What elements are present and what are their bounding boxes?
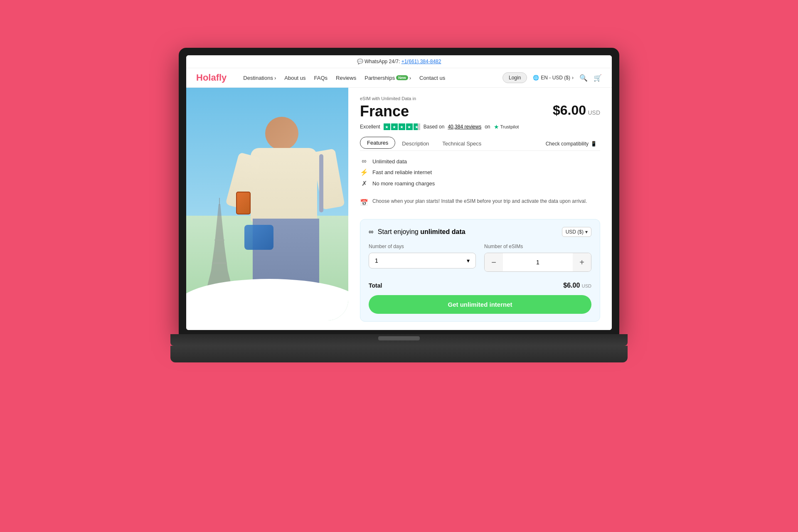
trustpilot-name: Trustpilot bbox=[500, 124, 519, 129]
esim-counter: − 1 + bbox=[484, 253, 591, 272]
product-tabs: Features Description Technical Specs Che… bbox=[360, 137, 600, 151]
dropdown-chevron-icon: ▾ bbox=[467, 257, 470, 264]
star-4: ★ bbox=[406, 123, 413, 130]
nav-items: Destinations › About us FAQs Reviews Par… bbox=[243, 75, 493, 81]
esims-label: Number of eSIMs bbox=[484, 244, 591, 249]
search-icon[interactable]: 🔍 bbox=[579, 74, 588, 82]
esim-label: eSIM with Unlimited Data in bbox=[360, 96, 600, 101]
bottom-curve bbox=[186, 279, 348, 320]
plan-note: 📅 Choose when your plan starts! Install … bbox=[360, 194, 600, 211]
days-label: Number of days bbox=[369, 244, 476, 249]
price-display: $6.00 USD bbox=[553, 103, 600, 118]
phone-link[interactable]: +1(661) 384-8482 bbox=[401, 59, 441, 64]
total-price-display: $6.00 USD bbox=[563, 282, 591, 289]
increment-button[interactable]: + bbox=[573, 253, 591, 271]
product-info-panel: eSIM with Unlimited Data in France $6.00… bbox=[348, 88, 612, 330]
star-3: ★ bbox=[399, 123, 405, 130]
selector-row: Number of days 1 ▾ Number of eSIMs − bbox=[369, 244, 591, 272]
phone-check-icon: 📱 bbox=[591, 141, 597, 147]
purchase-header-bold: unlimited data bbox=[420, 228, 465, 235]
total-price-value: $6.00 bbox=[563, 282, 580, 289]
nav-partnerships[interactable]: Partnerships New › bbox=[365, 75, 411, 81]
star-1: ★ bbox=[384, 123, 390, 130]
total-price-currency: USD bbox=[582, 283, 591, 288]
currency-selector[interactable]: USD ($) ▾ bbox=[562, 227, 591, 237]
top-bar: 💬 WhatsApp 24/7: +1(661) 384-8482 bbox=[186, 55, 612, 68]
svg-marker-1 bbox=[211, 246, 228, 271]
feature-no-roaming-text: No more roaming charges bbox=[372, 180, 435, 187]
whatsapp-label: WhatsApp 24/7: bbox=[365, 59, 400, 64]
product-image bbox=[186, 88, 348, 320]
cart-icon[interactable]: 🛒 bbox=[594, 74, 602, 82]
price-currency: USD bbox=[588, 109, 600, 116]
chevron-down-icon: › bbox=[274, 75, 276, 81]
esims-selector-group: Number of eSIMs − 1 + bbox=[484, 244, 591, 272]
bag-detail bbox=[244, 225, 273, 250]
person-figure bbox=[228, 108, 344, 308]
star-5: ★ bbox=[414, 123, 420, 130]
dropdown-icon: ▾ bbox=[585, 229, 588, 235]
check-compatibility-button[interactable]: Check compatibility 📱 bbox=[542, 139, 600, 148]
rating-label: Excellent bbox=[360, 124, 380, 130]
features-list: ∞ Unlimited data ⚡ Fast and reliable int… bbox=[360, 158, 600, 187]
language-selector[interactable]: 🌐 EN - USD ($) › bbox=[533, 75, 574, 81]
star-2: ★ bbox=[391, 123, 398, 130]
nav-about[interactable]: About us bbox=[284, 75, 305, 81]
whatsapp-icon: 💬 bbox=[357, 59, 363, 64]
based-on-label: Based on bbox=[424, 124, 445, 130]
trustpilot-star-icon: ★ bbox=[494, 123, 499, 130]
unlimited-data-label: ∞ Start enjoying unlimited data bbox=[369, 228, 466, 236]
login-button[interactable]: Login bbox=[502, 72, 527, 83]
days-value: 1 bbox=[375, 257, 378, 264]
navbar: Holafly Destinations › About us FAQs Rev… bbox=[186, 68, 612, 88]
product-price: $6.00 bbox=[553, 103, 586, 118]
globe-icon: 🌐 bbox=[533, 75, 539, 81]
star-rating: ★ ★ ★ ★ ★ bbox=[384, 123, 420, 130]
main-content: eSIM with Unlimited Data in France $6.00… bbox=[186, 88, 612, 330]
chevron-down-icon-lang: › bbox=[572, 75, 574, 81]
purchase-infinity-icon: ∞ bbox=[369, 228, 373, 235]
total-row: Total $6.00 USD bbox=[369, 278, 591, 289]
svg-marker-3 bbox=[217, 204, 222, 225]
nav-destinations[interactable]: Destinations › bbox=[243, 75, 276, 81]
svg-marker-2 bbox=[214, 225, 224, 246]
laptop-keyboard bbox=[170, 346, 628, 362]
days-selector-group: Number of days 1 ▾ bbox=[369, 244, 476, 272]
tab-features[interactable]: Features bbox=[360, 137, 395, 149]
svg-rect-6 bbox=[212, 262, 227, 264]
infinity-icon: ∞ bbox=[360, 158, 368, 165]
purchase-section: ∞ Start enjoying unlimited data USD ($) … bbox=[360, 219, 600, 322]
tab-technical-specs[interactable]: Technical Specs bbox=[436, 137, 488, 151]
on-label: on bbox=[485, 124, 490, 130]
nav-contact[interactable]: Contact us bbox=[419, 75, 445, 81]
product-title: France bbox=[360, 103, 409, 120]
svg-rect-7 bbox=[214, 239, 224, 241]
feature-fast-text: Fast and reliable internet bbox=[372, 169, 432, 175]
svg-rect-4 bbox=[219, 198, 220, 205]
nav-faqs[interactable]: FAQs bbox=[314, 75, 328, 81]
buy-button[interactable]: Get unlimited internet bbox=[369, 295, 591, 314]
reviews-link[interactable]: 40,384 reviews bbox=[448, 124, 481, 130]
purchase-header-text: Start enjoying bbox=[378, 228, 419, 235]
nav-reviews[interactable]: Reviews bbox=[336, 75, 356, 81]
logo[interactable]: Holafly bbox=[196, 72, 227, 83]
esim-count-value: 1 bbox=[503, 259, 573, 266]
feature-no-roaming: ✗ No more roaming charges bbox=[360, 180, 600, 187]
currency-label: USD ($) bbox=[566, 229, 584, 235]
chevron-down-icon-2: › bbox=[409, 75, 411, 81]
laptop-base bbox=[170, 334, 628, 346]
calendar-icon: 📅 bbox=[360, 199, 368, 207]
feature-unlimited: ∞ Unlimited data bbox=[360, 158, 600, 165]
feature-unlimited-text: Unlimited data bbox=[372, 158, 407, 165]
new-badge: New bbox=[396, 75, 408, 80]
reviews-row: Excellent ★ ★ ★ ★ ★ Based on 40,384 revi… bbox=[360, 123, 600, 130]
lightning-icon: ⚡ bbox=[360, 168, 368, 176]
tab-description[interactable]: Description bbox=[395, 137, 436, 151]
feature-fast-internet: ⚡ Fast and reliable internet bbox=[360, 168, 600, 176]
purchase-header: ∞ Start enjoying unlimited data USD ($) … bbox=[369, 227, 591, 237]
trustpilot-logo: ★ Trustpilot bbox=[494, 123, 519, 130]
days-dropdown[interactable]: 1 ▾ bbox=[369, 253, 476, 268]
logo-text: Holafly bbox=[196, 72, 227, 83]
decrement-button[interactable]: − bbox=[485, 253, 503, 271]
nav-right: Login 🌐 EN - USD ($) › 🔍 🛒 bbox=[502, 72, 602, 83]
